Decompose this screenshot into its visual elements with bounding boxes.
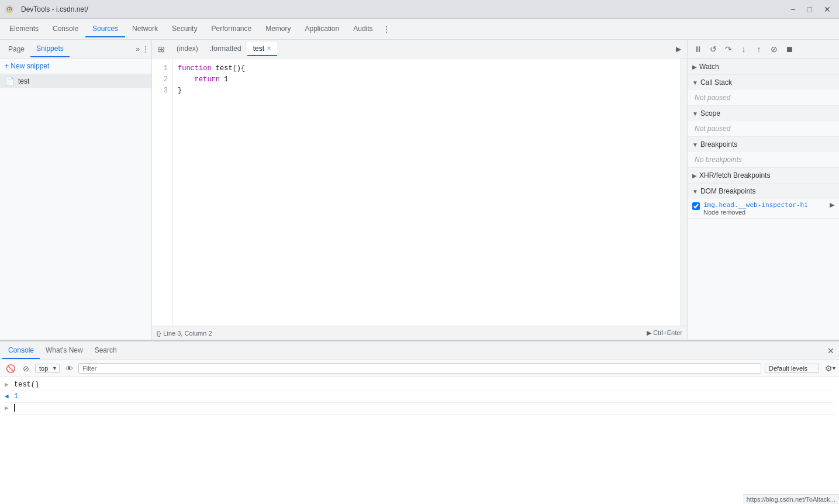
main-area: Page Snippets » ⋮ + New snippet 📄 test ⊞… <box>0 40 839 504</box>
title-bar: DevTools - i.csdn.net/ − □ ✕ <box>0 0 839 19</box>
xhr-arrow: ▶ <box>692 172 697 179</box>
breakpoints-label: Breakpoints <box>700 140 737 149</box>
pause-button[interactable]: ⏸ <box>691 42 705 56</box>
step-out-button[interactable]: ↑ <box>752 42 766 56</box>
dom-arrow: ▼ <box>692 188 698 195</box>
preserve-log-button[interactable]: ⊘ <box>20 363 32 374</box>
line-numbers: 1 2 3 <box>152 58 173 326</box>
tab-memory[interactable]: Memory <box>258 21 298 37</box>
snippet-item-label: test <box>18 77 29 85</box>
tab-console[interactable]: Console <box>46 21 85 37</box>
console-levels-select[interactable]: Default levels <box>765 364 819 373</box>
run-snippet-button[interactable]: ▶ <box>672 43 685 56</box>
step-into-button[interactable]: ↓ <box>737 42 751 56</box>
new-snippet-button[interactable]: + New snippet <box>0 58 151 74</box>
console-levels-wrap: Default levels ▼ <box>765 364 819 373</box>
status-left: {} Line 3, Column 2 <box>157 330 212 337</box>
bottom-area: Console What's New Search ✕ 🚫 ⊘ top ▼ 👁 … <box>0 340 839 504</box>
console-line-3[interactable]: ▶ <box>5 403 834 415</box>
title-bar-left: DevTools - i.csdn.net/ <box>5 5 88 14</box>
dom-label: DOM Breakpoints <box>700 187 756 195</box>
maximize-button[interactable]: □ <box>804 4 816 15</box>
line-number-3: 3 <box>159 85 168 96</box>
editor-tab-formatted[interactable]: :formatted <box>204 42 247 56</box>
url-bar: https://blog.csdn.net/ToAltack... <box>743 494 839 504</box>
console-input[interactable] <box>14 404 15 412</box>
console-filter-input[interactable] <box>78 363 761 374</box>
devtools-icon <box>5 5 14 14</box>
breakpoints-arrow: ▼ <box>692 141 698 148</box>
watch-arrow: ▶ <box>692 64 697 70</box>
console-arrow-3: ▶ <box>5 404 11 412</box>
console-tab-console[interactable]: Console <box>2 343 40 359</box>
tab-audits[interactable]: Audits <box>346 21 379 37</box>
deactivate-button[interactable]: ⊘ <box>767 42 781 56</box>
callstack-header[interactable]: ▼ Call Stack <box>688 75 839 90</box>
scope-arrow: ▼ <box>692 111 698 117</box>
scope-section: ▼ Scope Not paused <box>688 106 839 137</box>
pretty-print-button[interactable]: {} <box>157 330 161 337</box>
dom-breakpoint-sub: Node removed <box>703 209 808 216</box>
top-tab-more[interactable]: ⋮ <box>382 25 391 34</box>
console-arrow-2: ◀ <box>5 392 11 400</box>
live-expressions-button[interactable]: 👁 <box>63 363 75 374</box>
console-toolbar: 🚫 ⊘ top ▼ 👁 Default levels ▼ ⚙ <box>0 360 839 377</box>
sources-area: Page Snippets » ⋮ + New snippet 📄 test ⊞… <box>0 40 839 340</box>
close-tab-test[interactable]: ✕ <box>267 45 271 51</box>
tab-network[interactable]: Network <box>125 21 165 37</box>
xhr-label: XHR/fetch Breakpoints <box>699 171 770 179</box>
console-tab-whatsnew[interactable]: What's New <box>40 343 89 359</box>
resume-button[interactable]: ↺ <box>706 42 720 56</box>
left-panel-more[interactable]: » <box>136 45 140 53</box>
editor-scrollbar[interactable] <box>680 58 687 326</box>
dom-breakpoint-info: img.head.__web-inspector-hi Node removed <box>703 201 808 216</box>
snippet-icon: 📄 <box>5 77 15 86</box>
debug-toolbar: ⏸ ↺ ↷ ↓ ↑ ⊘ ⏹ <box>688 40 839 59</box>
console-output: ▶ test() ◀ 1 ▶ <box>0 377 839 504</box>
snippet-item-test[interactable]: 📄 test <box>0 74 151 88</box>
context-selector[interactable]: top <box>35 364 60 373</box>
context-selector-wrap: top ▼ <box>35 364 60 373</box>
tab-elements[interactable]: Elements <box>2 21 46 37</box>
dom-breakpoint-checkbox[interactable] <box>692 202 700 210</box>
console-cursor <box>14 404 15 412</box>
dom-breakpoint-item: img.head.__web-inspector-hi Node removed… <box>688 199 839 218</box>
console-tab-search[interactable]: Search <box>89 343 123 359</box>
clear-console-button[interactable]: 🚫 <box>5 363 16 374</box>
left-panel-tabs: Page Snippets » ⋮ <box>0 40 151 58</box>
tab-snippets[interactable]: Snippets <box>30 41 70 57</box>
left-panel: Page Snippets » ⋮ + New snippet 📄 test <box>0 40 152 340</box>
tab-page[interactable]: Page <box>2 42 30 57</box>
minimize-button[interactable]: − <box>787 4 799 15</box>
console-settings-button[interactable]: ⚙ <box>823 363 834 374</box>
breakpoints-section: ▼ Breakpoints No breakpoints <box>688 137 839 168</box>
tab-performance[interactable]: Performance <box>204 21 258 37</box>
editor-tab-index[interactable]: (index) <box>171 42 204 56</box>
editor-tab-test[interactable]: test ✕ <box>247 42 277 56</box>
tab-security[interactable]: Security <box>165 21 204 37</box>
console-tabs: Console What's New Search ✕ <box>0 341 839 360</box>
tab-application[interactable]: Application <box>298 21 347 37</box>
watch-header[interactable]: ▶ Watch <box>688 59 839 74</box>
breakpoints-body: No breakpoints <box>688 152 839 167</box>
close-button[interactable]: ✕ <box>820 4 834 15</box>
title-bar-title: DevTools - i.csdn.net/ <box>21 5 88 13</box>
sources-nav-button[interactable]: ⊞ <box>154 42 168 56</box>
breakpoints-header[interactable]: ▼ Breakpoints <box>688 137 839 152</box>
editor-tabs: ⊞ (index) :formatted test ✕ ▶ <box>152 40 687 58</box>
stop-button[interactable]: ⏹ <box>782 42 796 56</box>
left-panel-menu[interactable]: ⋮ <box>142 45 149 53</box>
console-close-button[interactable]: ✕ <box>825 344 837 358</box>
scope-header[interactable]: ▼ Scope <box>688 106 839 121</box>
code-content[interactable]: function test(){ return 1 } <box>173 58 680 326</box>
console-arrow-1: ▶ <box>5 381 11 388</box>
line-number-2: 2 <box>159 74 168 85</box>
callstack-section: ▼ Call Stack Not paused <box>688 75 839 106</box>
step-over-button[interactable]: ↷ <box>721 42 736 56</box>
dom-header[interactable]: ▼ DOM Breakpoints <box>688 184 839 199</box>
tab-sources[interactable]: Sources <box>85 21 125 37</box>
xhr-header[interactable]: ▶ XHR/fetch Breakpoints <box>688 168 839 183</box>
dom-breakpoints-section: ▼ DOM Breakpoints img.head.__web-inspect… <box>688 184 839 219</box>
dom-breakpoint-expand[interactable]: ▶ <box>830 201 834 209</box>
console-line-2: ◀ 1 <box>5 391 834 403</box>
